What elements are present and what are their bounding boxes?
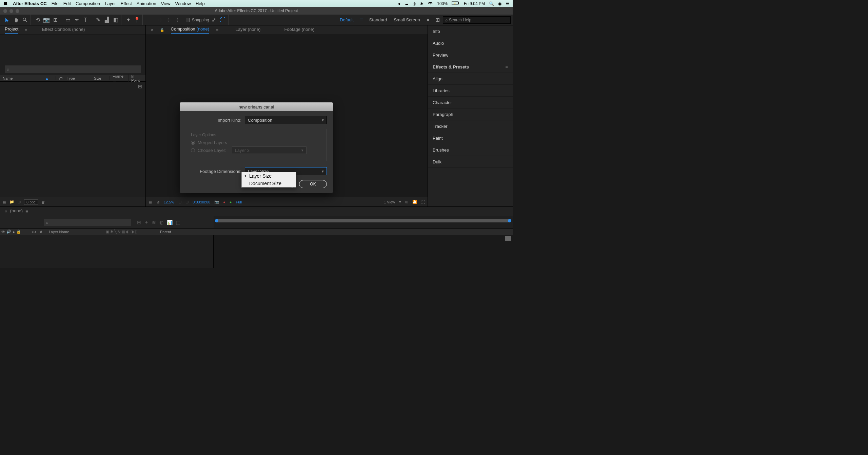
menu-animation[interactable]: Animation [137, 1, 156, 6]
switch-motionblur-icon[interactable]: ◐ [126, 230, 130, 234]
fast-preview-icon[interactable]: ⛶ [421, 200, 425, 204]
camera-view-icon[interactable]: ⊞ [405, 200, 408, 204]
project-tab-menu-icon[interactable]: ≡ [24, 27, 27, 33]
time-value[interactable]: 0:00:00:00 [193, 200, 210, 204]
camera-tool-icon[interactable]: 📷 [42, 16, 51, 24]
tl-shy-icon[interactable]: ✦ [144, 220, 149, 225]
channel-icon[interactable]: ● [223, 200, 225, 204]
toggle-alpha-icon[interactable]: ▦ [149, 200, 152, 204]
lock-icon[interactable]: 🔒 [160, 28, 164, 32]
work-area-bar[interactable] [216, 219, 511, 222]
menu-effect[interactable]: Effect [121, 1, 132, 6]
panel-paragraph[interactable]: Paragraph [428, 108, 513, 120]
app-name[interactable]: After Effects CC [13, 1, 47, 6]
col-hash[interactable]: # [39, 229, 47, 235]
timeline-navigator-icon[interactable] [505, 236, 511, 241]
sort-arrow-icon[interactable]: ▲ [45, 76, 49, 80]
hand-tool-icon[interactable] [12, 16, 20, 24]
panel-preview[interactable]: Preview [428, 49, 513, 61]
spotlight-icon[interactable]: 🔍 [489, 1, 494, 6]
selection-tool-icon[interactable] [3, 16, 12, 24]
view-axis-icon[interactable]: ⊹ [173, 16, 181, 24]
channel-icon-2[interactable]: ● [230, 200, 232, 204]
pen-tool-icon[interactable]: ✒ [73, 16, 81, 24]
panel-duik[interactable]: Duik [428, 156, 513, 168]
resolution-value[interactable]: Full [236, 200, 242, 204]
col-layer-name[interactable]: Layer Name [47, 229, 104, 235]
label-col-icon[interactable]: 🏷 [32, 230, 36, 234]
lock-col-icon[interactable]: 🔒 [16, 230, 21, 234]
tab-footage[interactable]: Footage (none) [284, 27, 314, 33]
snapping-checkbox[interactable] [186, 18, 190, 22]
flowchart-icon[interactable]: ⊟ [138, 84, 142, 89]
traffic-lights[interactable] [0, 9, 19, 13]
list-icon[interactable]: ☰ [506, 1, 509, 6]
timeline-tab-menu-icon[interactable]: ≡ [25, 209, 28, 214]
panel-audio[interactable]: Audio [428, 37, 513, 49]
cc-icon[interactable]: ◎ [413, 1, 416, 6]
chevron-down-icon[interactable]: ▾ [399, 200, 401, 204]
zoom-value[interactable]: 12.5% [164, 200, 174, 204]
workspace-default[interactable]: Default [337, 17, 356, 23]
snap-grid-icon[interactable]: ⛶ [219, 16, 227, 24]
snap-edge-icon[interactable]: ⤢ [210, 16, 218, 24]
tl-frame-blend-icon[interactable]: ≋ [152, 220, 156, 225]
switch-3d-icon[interactable]: ⬚ [135, 230, 138, 234]
tag-icon[interactable]: 🏷 [59, 76, 62, 80]
dropdown-option-document-size[interactable]: Document Size [242, 180, 296, 187]
col-frame[interactable]: Frame ... [110, 74, 129, 82]
menu-window[interactable]: Window [175, 1, 191, 6]
menu-help[interactable]: Help [196, 1, 205, 6]
type-tool-icon[interactable]: T [81, 16, 90, 24]
col-name[interactable]: Name [3, 76, 13, 80]
timeline-ruler[interactable] [214, 216, 513, 228]
local-axis-icon[interactable]: ⊹ [156, 16, 164, 24]
folder-icon[interactable]: 📁 [9, 200, 14, 204]
snapshot-icon[interactable]: 📷 [214, 200, 219, 204]
tl-draft3d-icon[interactable]: ⬚ [176, 220, 180, 225]
record-icon[interactable]: ● [398, 1, 400, 6]
cloud-icon[interactable]: ☁ [405, 1, 409, 6]
switch-fx-icon[interactable]: ✱ [110, 230, 113, 234]
workspace-menu-icon[interactable]: ≡ [358, 17, 365, 23]
switch-shy-icon[interactable]: ▣ [106, 230, 109, 234]
panel-effects-presets[interactable]: Effects & Presets≡ [428, 61, 513, 73]
tab-project[interactable]: Project [5, 26, 18, 34]
tl-comp-icon[interactable]: ⊞ [137, 220, 141, 225]
puppet-tool-icon[interactable]: 📍 [133, 16, 141, 24]
apple-icon[interactable] [3, 1, 8, 6]
dropdown-option-layer-size[interactable]: Layer Size [242, 172, 296, 180]
menu-edit[interactable]: Edit [63, 1, 71, 6]
tab-comp-menu-icon[interactable]: ≡ [216, 27, 219, 33]
panel-info[interactable]: Info [428, 25, 513, 37]
menu-file[interactable]: File [52, 1, 59, 6]
pan-behind-tool-icon[interactable]: ⊞ [51, 16, 59, 24]
panel-align[interactable]: Align [428, 73, 513, 85]
tab-composition[interactable]: Composition (none) [171, 26, 209, 34]
search-help-input[interactable]: ⌕ Search Help [443, 16, 511, 24]
close-tab-icon[interactable]: × [151, 27, 153, 33]
workspace-small[interactable]: Small Screen [391, 17, 422, 23]
menu-composition[interactable]: Composition [76, 1, 100, 6]
siri-icon[interactable]: ◉ [498, 1, 501, 6]
switch-fx2-icon[interactable]: fx [118, 230, 121, 234]
clock[interactable]: Fri 9:04 PM [464, 1, 485, 6]
clone-tool-icon[interactable]: ▟ [103, 16, 111, 24]
menu-view[interactable]: View [161, 1, 171, 6]
eye-col-icon[interactable]: 👁 [1, 230, 5, 234]
tab-effect-controls[interactable]: Effect Controls (none) [42, 27, 85, 33]
audio-col-icon[interactable]: 🔊 [6, 230, 11, 234]
switch-frameblend-icon[interactable]: ▦ [122, 230, 125, 234]
timeline-tab[interactable]: (none) [10, 208, 23, 215]
switch-quality-icon[interactable]: ╲ [114, 230, 117, 234]
panel-paint[interactable]: Paint [428, 132, 513, 144]
col-parent[interactable]: Parent [159, 229, 213, 235]
switch-adjust-icon[interactable]: ◑ [131, 230, 134, 234]
panel-brushes[interactable]: Brushes [428, 144, 513, 156]
workspace-overflow-icon[interactable]: » [424, 17, 432, 23]
timeline-tracks-area[interactable] [214, 235, 513, 268]
timeline-layers-area[interactable] [0, 235, 214, 268]
3d-icon[interactable]: 🎦 [412, 200, 417, 204]
workspace-standard[interactable]: Standard [367, 17, 390, 23]
zoom-tool-icon[interactable] [21, 16, 29, 24]
